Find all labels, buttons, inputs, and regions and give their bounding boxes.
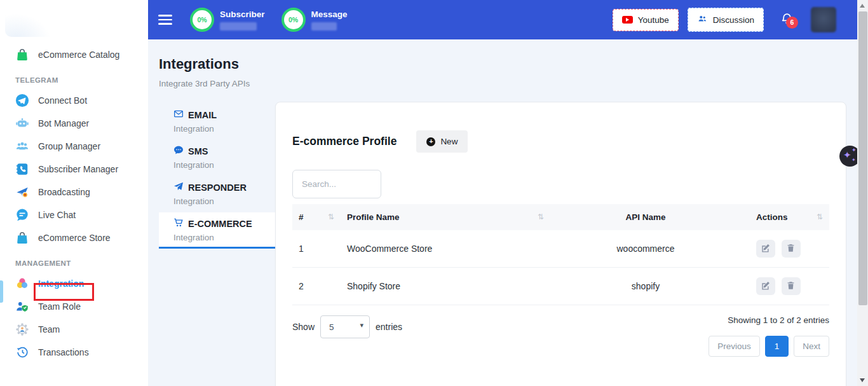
main-content: Integrations Integrate 3rd Party APIs EM… — [148, 39, 868, 386]
sidebar-item-label: Team — [38, 324, 60, 334]
plus-circle-icon: + — [426, 137, 435, 146]
notifications-button[interactable]: 6 — [780, 12, 794, 28]
profile-name-cell: WooCommerce Store — [341, 230, 550, 268]
sidebar-section-telegram: TELEGRAM — [0, 66, 148, 89]
sidebar-item-label: Integration — [38, 279, 84, 289]
search-input[interactable] — [292, 170, 381, 198]
scroll-up-arrow-icon[interactable] — [860, 4, 865, 8]
gear-person-icon — [15, 322, 29, 336]
delete-button[interactable] — [782, 240, 801, 258]
table-row: 2 Shopify Store shopify — [292, 268, 829, 305]
new-button-label: New — [440, 137, 458, 146]
column-header-api-name[interactable]: API Name — [550, 204, 741, 230]
edit-button[interactable] — [756, 277, 775, 295]
top-header: 0% Subscriber 0% Message Youtube Discuss… — [148, 0, 868, 39]
contact-book-icon — [15, 162, 29, 176]
sidebar-item-ecommerce-catalog[interactable]: eCommerce Catalog — [0, 43, 148, 66]
scroll-down-arrow-icon[interactable] — [860, 378, 865, 382]
sort-icon[interactable]: ⇅ — [328, 212, 334, 221]
youtube-button-label: Youtube — [638, 15, 669, 25]
delete-button[interactable] — [782, 277, 801, 295]
sidebar-item-subscriber-manager[interactable]: Subscriber Manager — [0, 158, 148, 181]
edit-button[interactable] — [756, 240, 775, 258]
sidebar-item-transactions[interactable]: Transactions — [0, 341, 148, 364]
active-item-indicator — [0, 280, 3, 303]
sidebar-item-label: Live Chat — [38, 210, 76, 220]
color-circles-icon — [15, 277, 29, 291]
sidebar-item-ecommerce-store[interactable]: eCommerce Store — [0, 226, 148, 249]
sidebar-item-label: Bot Manager — [38, 118, 89, 128]
entries-label: entries — [376, 322, 402, 332]
subnav-item-subtitle: Integration — [173, 124, 275, 134]
subscriber-stat-label: Subscriber — [220, 10, 265, 19]
vertical-scrollbar[interactable] — [857, 0, 868, 386]
sidebar-item-team[interactable]: Team — [0, 318, 148, 341]
subnav-item-subtitle: Integration — [173, 196, 275, 206]
page-size-select[interactable]: 5 — [320, 315, 370, 338]
column-header-actions[interactable]: Actions ⇅ — [741, 204, 829, 230]
row-number: 2 — [292, 268, 341, 305]
subnav-item-title: SMS — [188, 146, 208, 156]
page-subtitle: Integrate 3rd Party APIs — [159, 79, 250, 88]
sort-icon[interactable]: ⇅ — [538, 212, 544, 221]
subnav-item-ecommerce[interactable]: E-COMMERCE Integration — [159, 212, 275, 249]
sidebar-item-live-chat[interactable]: Live Chat — [0, 203, 148, 226]
page-title: Integrations — [159, 56, 250, 72]
subnav-item-subtitle: Integration — [173, 233, 275, 242]
table-header-row: # ⇅ Profile Name ⇅ API Name Actions ⇅ — [292, 204, 829, 230]
card-title: E-commerce Profile — [292, 135, 397, 148]
people-icon — [697, 14, 708, 25]
sparkle-icon: ✦ — [851, 157, 856, 163]
api-name-cell: woocommerce — [550, 230, 741, 268]
row-number: 1 — [292, 230, 341, 268]
message-progress-ring: 0% — [281, 8, 306, 32]
subnav-item-responder[interactable]: RESPONDER Integration — [159, 176, 275, 212]
app-logo — [5, 0, 61, 37]
next-page-button[interactable]: Next — [794, 336, 829, 357]
message-stat: 0% Message — [281, 8, 348, 32]
notification-count-badge: 6 — [786, 17, 798, 29]
sidebar-item-integration[interactable]: Integration — [0, 272, 148, 295]
sidebar-item-label: Transactions — [38, 347, 89, 357]
previous-page-button[interactable]: Previous — [709, 336, 760, 357]
sidebar-item-label: eCommerce Store — [38, 233, 111, 243]
sidebar-item-label: Subscriber Manager — [38, 164, 118, 174]
trash-icon — [787, 281, 795, 292]
user-avatar[interactable] — [811, 7, 836, 32]
sidebar-item-connect-bot[interactable]: Connect Bot — [0, 89, 148, 112]
sparkle-icon: ✦ — [843, 149, 851, 161]
subnav-item-subtitle: Integration — [173, 160, 275, 170]
integration-subnav: EMAIL Integration SMS Integration RESPON… — [159, 104, 275, 249]
subnav-item-title: RESPONDER — [188, 183, 247, 193]
column-header-profile-name[interactable]: Profile Name ⇅ — [341, 204, 550, 230]
subnav-item-email[interactable]: EMAIL Integration — [159, 104, 275, 140]
show-label: Show — [292, 322, 315, 332]
subscriber-progress-ring: 0% — [190, 8, 214, 32]
pagination: Previous 1 Next — [709, 336, 829, 357]
scrollbar-thumb[interactable] — [858, 11, 867, 305]
logo-area — [0, 0, 148, 39]
sparkle-icon: ✦ — [851, 147, 857, 153]
sidebar-item-bot-manager[interactable]: Bot Manager — [0, 112, 148, 135]
hamburger-menu-icon[interactable] — [158, 12, 172, 27]
broadcast-plane-icon — [15, 185, 29, 199]
youtube-button[interactable]: Youtube — [613, 9, 679, 31]
current-page-button[interactable]: 1 — [765, 336, 789, 357]
telegram-icon — [15, 93, 29, 107]
sidebar-item-team-role[interactable]: Team Role — [0, 295, 148, 318]
sidebar-item-broadcasting[interactable]: Broadcasting — [0, 181, 148, 203]
sort-icon[interactable]: ⇅ — [817, 212, 823, 221]
history-clock-icon — [15, 345, 29, 359]
column-header-num[interactable]: # ⇅ — [292, 204, 341, 230]
subscriber-stat: 0% Subscriber — [190, 8, 265, 32]
sidebar-item-label: Team Role — [38, 301, 81, 312]
new-profile-button[interactable]: + New — [416, 130, 468, 153]
profile-name-cell: Shopify Store — [341, 268, 550, 305]
sms-bubble-icon — [173, 145, 184, 157]
discussion-button[interactable]: Discussion — [688, 8, 764, 32]
profiles-table: # ⇅ Profile Name ⇅ API Name Actions ⇅ — [292, 204, 829, 305]
subnav-item-sms[interactable]: SMS Integration — [159, 140, 275, 176]
sidebar-item-group-manager[interactable]: Group Manager — [0, 135, 148, 158]
sidebar-item-label: eCommerce Catalog — [38, 50, 119, 60]
ecommerce-profile-card: E-commerce Profile + New # ⇅ Profile Nam… — [275, 102, 846, 386]
